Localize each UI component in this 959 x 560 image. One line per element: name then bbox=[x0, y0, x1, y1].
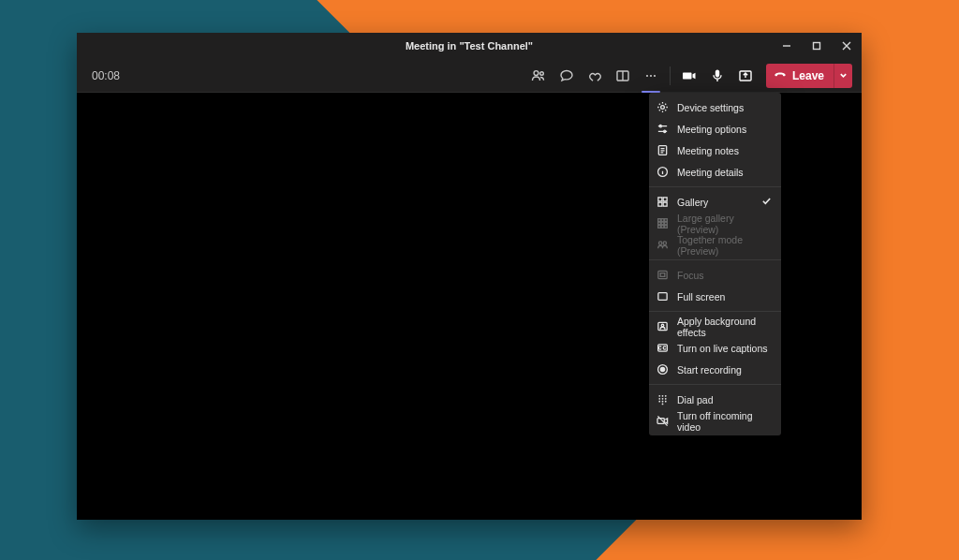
menu-item-label: Apply background effects bbox=[677, 316, 772, 338]
svg-rect-30 bbox=[658, 293, 667, 301]
menu-item-meeting-notes[interactable]: Meeting notes bbox=[649, 140, 781, 161]
svg-point-1 bbox=[534, 70, 539, 75]
menu-item-label: Turn on live captions bbox=[677, 343, 768, 354]
svg-rect-24 bbox=[661, 226, 664, 228]
gear-icon bbox=[657, 101, 669, 113]
dialpad-icon bbox=[657, 393, 669, 405]
svg-rect-28 bbox=[658, 271, 667, 278]
menu-item-label: Large gallery (Preview) bbox=[677, 213, 772, 235]
grid-icon bbox=[657, 196, 669, 208]
svg-rect-16 bbox=[663, 202, 667, 206]
menu-item-label: Dial pad bbox=[677, 394, 714, 405]
participants-button[interactable] bbox=[525, 63, 552, 89]
svg-point-37 bbox=[662, 395, 664, 397]
svg-point-26 bbox=[659, 242, 662, 244]
meeting-timer: 00:08 bbox=[86, 69, 125, 82]
svg-point-36 bbox=[658, 395, 660, 397]
menu-separator bbox=[649, 384, 781, 385]
share-button[interactable] bbox=[732, 63, 759, 89]
svg-rect-22 bbox=[665, 222, 668, 225]
more-actions-menu: Device settingsMeeting optionsMeeting no… bbox=[649, 93, 781, 435]
leave-label: Leave bbox=[792, 69, 824, 82]
meeting-window: Meeting in "Test Channel" 00:08 bbox=[77, 33, 862, 520]
leave-main[interactable]: Leave bbox=[766, 67, 834, 83]
menu-item-label: Focus bbox=[677, 270, 704, 281]
svg-rect-14 bbox=[663, 198, 667, 201]
menu-item-turn-on-live-captions[interactable]: Turn on live captions bbox=[649, 337, 781, 359]
svg-point-41 bbox=[665, 398, 667, 400]
menu-item-label: Meeting options bbox=[677, 124, 746, 135]
menu-item-label: Full screen bbox=[677, 291, 725, 302]
menu-item-gallery[interactable]: Gallery bbox=[649, 191, 781, 213]
menu-separator bbox=[649, 259, 781, 260]
svg-rect-18 bbox=[661, 219, 664, 222]
reactions-button[interactable] bbox=[582, 63, 608, 89]
title-bar: Meeting in "Test Channel" bbox=[77, 33, 862, 59]
rooms-button[interactable] bbox=[610, 63, 636, 89]
together-icon bbox=[657, 239, 669, 251]
svg-point-43 bbox=[662, 401, 664, 403]
svg-rect-23 bbox=[658, 226, 661, 228]
menu-item-label: Turn off incoming video bbox=[677, 410, 772, 433]
menu-item-together-mode-preview: Together mode (Preview) bbox=[649, 234, 781, 256]
menu-separator bbox=[649, 186, 781, 187]
toolbar-icons: Leave bbox=[525, 63, 852, 89]
svg-rect-13 bbox=[658, 198, 662, 201]
captions-icon bbox=[657, 342, 669, 354]
leave-button[interactable]: Leave bbox=[766, 64, 852, 88]
menu-item-label: Device settings bbox=[677, 102, 744, 113]
menu-item-label: Together mode (Preview) bbox=[677, 234, 772, 257]
window-title: Meeting in "Test Channel" bbox=[77, 40, 862, 52]
video-off-icon bbox=[657, 415, 669, 427]
hangup-icon bbox=[774, 67, 787, 83]
svg-point-4 bbox=[646, 74, 648, 76]
toolbar-separator bbox=[670, 66, 671, 85]
menu-item-label: Meeting notes bbox=[677, 145, 739, 156]
menu-item-label: Meeting details bbox=[677, 167, 744, 178]
svg-point-39 bbox=[658, 398, 660, 400]
svg-rect-25 bbox=[665, 226, 668, 228]
sliders-icon bbox=[657, 123, 669, 135]
svg-point-5 bbox=[650, 74, 652, 76]
menu-item-label: Gallery bbox=[677, 197, 708, 208]
svg-rect-29 bbox=[660, 273, 665, 277]
notes-icon bbox=[657, 144, 669, 156]
background-icon bbox=[657, 320, 669, 332]
svg-point-44 bbox=[665, 401, 667, 403]
more-actions-button[interactable] bbox=[638, 63, 664, 89]
menu-item-device-settings[interactable]: Device settings bbox=[649, 96, 781, 118]
svg-point-2 bbox=[540, 71, 544, 75]
menu-item-full-screen[interactable]: Full screen bbox=[649, 286, 781, 307]
svg-point-8 bbox=[661, 106, 665, 110]
svg-point-27 bbox=[663, 242, 666, 244]
svg-rect-19 bbox=[665, 219, 668, 222]
microphone-button[interactable] bbox=[704, 63, 730, 89]
menu-item-focus: Focus bbox=[649, 264, 781, 286]
meeting-toolbar: 00:08 bbox=[77, 59, 862, 93]
fullscreen-icon bbox=[657, 290, 669, 302]
menu-item-meeting-details[interactable]: Meeting details bbox=[649, 161, 781, 183]
record-icon bbox=[657, 363, 669, 376]
menu-item-turn-off-incoming-video[interactable]: Turn off incoming video bbox=[649, 410, 781, 432]
svg-point-45 bbox=[662, 404, 664, 405]
menu-separator bbox=[649, 311, 781, 312]
menu-item-apply-background-effects[interactable]: Apply background effects bbox=[649, 316, 781, 337]
info-icon bbox=[657, 166, 669, 178]
svg-point-38 bbox=[665, 395, 667, 397]
large-grid-icon bbox=[657, 217, 669, 229]
focus-icon bbox=[657, 269, 669, 281]
check-icon bbox=[761, 196, 772, 208]
menu-item-label: Start recording bbox=[677, 364, 742, 376]
leave-caret-button[interactable] bbox=[834, 64, 852, 88]
menu-item-meeting-options[interactable]: Meeting options bbox=[649, 118, 781, 140]
menu-item-dial-pad[interactable]: Dial pad bbox=[649, 389, 781, 410]
menu-item-start-recording[interactable]: Start recording bbox=[649, 359, 781, 380]
svg-rect-21 bbox=[661, 222, 664, 225]
svg-point-6 bbox=[654, 74, 656, 76]
svg-point-35 bbox=[660, 367, 664, 371]
chat-button[interactable] bbox=[553, 63, 580, 89]
svg-point-42 bbox=[658, 401, 660, 403]
svg-rect-17 bbox=[658, 219, 661, 222]
menu-item-large-gallery-preview: Large gallery (Preview) bbox=[649, 213, 781, 234]
camera-button[interactable] bbox=[676, 63, 702, 89]
